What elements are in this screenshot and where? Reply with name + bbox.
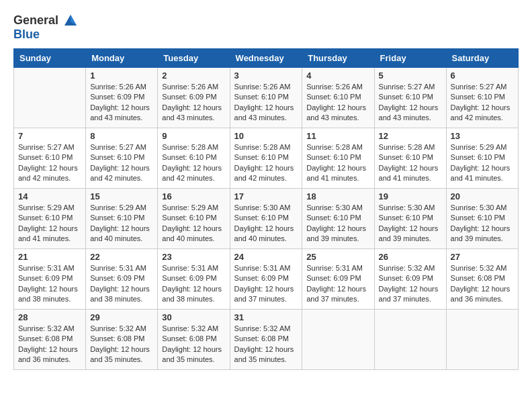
daylight: Daylight: 12 hours and 38 minutes. — [162, 284, 225, 305]
logo-icon — [63, 13, 78, 28]
sunset: Sunset: 6:08 PM — [18, 334, 81, 344]
calendar-week-3: 14Sunrise: 5:29 AMSunset: 6:10 PMDayligh… — [14, 188, 519, 248]
calendar-cell: 17Sunrise: 5:30 AMSunset: 6:10 PMDayligh… — [230, 188, 302, 248]
sunset: Sunset: 6:10 PM — [234, 92, 298, 102]
sunset: Sunset: 6:09 PM — [90, 92, 153, 102]
sunset: Sunset: 6:08 PM — [451, 273, 514, 283]
sunset: Sunset: 6:10 PM — [234, 152, 298, 163]
daylight: Daylight: 12 hours and 43 minutes. — [306, 103, 369, 124]
daylight: Daylight: 12 hours and 43 minutes. — [162, 103, 225, 124]
calendar-cell: 27Sunrise: 5:32 AMSunset: 6:08 PMDayligh… — [446, 248, 518, 309]
sunset: Sunset: 6:09 PM — [162, 92, 225, 102]
sunrise: Sunrise: 5:31 AM — [18, 263, 81, 273]
sunset: Sunset: 6:09 PM — [234, 273, 298, 283]
sunset: Sunset: 6:10 PM — [162, 213, 225, 223]
sunset: Sunset: 6:10 PM — [451, 152, 514, 163]
daylight: Daylight: 12 hours and 35 minutes. — [162, 345, 225, 365]
calendar-week-5: 28Sunrise: 5:32 AMSunset: 6:08 PMDayligh… — [14, 309, 519, 369]
daylight: Daylight: 12 hours and 39 minutes. — [379, 224, 442, 244]
sunrise: Sunrise: 5:26 AM — [306, 82, 369, 92]
calendar-cell: 31Sunrise: 5:32 AMSunset: 6:08 PMDayligh… — [230, 309, 302, 369]
sunset: Sunset: 6:10 PM — [162, 152, 225, 163]
sunset: Sunset: 6:09 PM — [379, 273, 442, 283]
sunset: Sunset: 6:10 PM — [379, 92, 442, 102]
sunrise: Sunrise: 5:30 AM — [451, 203, 514, 213]
day-number: 19 — [379, 191, 442, 201]
calendar-cell: 8Sunrise: 5:27 AMSunset: 6:10 PMDaylight… — [86, 128, 158, 188]
sunrise: Sunrise: 5:28 AM — [379, 142, 442, 152]
day-number: 28 — [18, 312, 81, 322]
header-cell-sunday: Sunday — [14, 48, 86, 67]
daylight: Daylight: 12 hours and 42 minutes. — [451, 103, 514, 124]
daylight: Daylight: 12 hours and 40 minutes. — [90, 224, 153, 244]
day-number: 16 — [162, 191, 225, 201]
daylight: Daylight: 12 hours and 39 minutes. — [306, 224, 369, 244]
calendar-cell: 14Sunrise: 5:29 AMSunset: 6:10 PMDayligh… — [14, 188, 86, 248]
daylight: Daylight: 12 hours and 36 minutes. — [18, 345, 81, 365]
day-number: 17 — [234, 191, 298, 201]
calendar-header-row: SundayMondayTuesdayWednesdayThursdayFrid… — [14, 48, 519, 67]
sunrise: Sunrise: 5:31 AM — [90, 263, 153, 273]
daylight: Daylight: 12 hours and 42 minutes. — [162, 163, 225, 184]
calendar-cell: 1Sunrise: 5:26 AMSunset: 6:09 PMDaylight… — [86, 67, 158, 128]
sunrise: Sunrise: 5:32 AM — [18, 324, 81, 334]
sunset: Sunset: 6:10 PM — [451, 213, 514, 223]
day-number: 26 — [379, 252, 442, 262]
header-cell-thursday: Thursday — [302, 48, 374, 67]
day-number: 7 — [18, 131, 81, 141]
sunset: Sunset: 6:10 PM — [306, 92, 369, 102]
daylight: Daylight: 12 hours and 41 minutes. — [379, 163, 442, 184]
sunrise: Sunrise: 5:30 AM — [379, 203, 442, 213]
sunrise: Sunrise: 5:28 AM — [306, 142, 369, 152]
daylight: Daylight: 12 hours and 43 minutes. — [90, 103, 153, 124]
calendar-cell: 12Sunrise: 5:28 AMSunset: 6:10 PMDayligh… — [374, 128, 446, 188]
sunrise: Sunrise: 5:27 AM — [379, 82, 442, 92]
sunrise: Sunrise: 5:32 AM — [234, 324, 298, 334]
sunset: Sunset: 6:09 PM — [306, 273, 369, 283]
daylight: Daylight: 12 hours and 43 minutes. — [234, 103, 298, 124]
day-number: 21 — [18, 252, 81, 262]
calendar-cell: 10Sunrise: 5:28 AMSunset: 6:10 PMDayligh… — [230, 128, 302, 188]
day-number: 8 — [90, 131, 153, 141]
calendar-week-1: 1Sunrise: 5:26 AMSunset: 6:09 PMDaylight… — [14, 67, 519, 128]
sunset: Sunset: 6:08 PM — [162, 334, 225, 344]
calendar-cell — [374, 309, 446, 369]
day-number: 15 — [90, 191, 153, 201]
calendar-week-4: 21Sunrise: 5:31 AMSunset: 6:09 PMDayligh… — [14, 248, 519, 309]
sunrise: Sunrise: 5:32 AM — [90, 324, 153, 334]
day-number: 5 — [379, 71, 442, 81]
sunset: Sunset: 6:08 PM — [90, 334, 153, 344]
day-number: 10 — [234, 131, 298, 141]
sunrise: Sunrise: 5:31 AM — [306, 263, 369, 273]
day-number: 12 — [379, 131, 442, 141]
logo-general: General — [13, 13, 78, 28]
sunset: Sunset: 6:10 PM — [18, 152, 81, 163]
sunset: Sunset: 6:10 PM — [306, 152, 369, 163]
daylight: Daylight: 12 hours and 35 minutes. — [90, 345, 153, 365]
calendar-cell: 2Sunrise: 5:26 AMSunset: 6:09 PMDaylight… — [158, 67, 230, 128]
day-number: 6 — [451, 71, 514, 81]
sunrise: Sunrise: 5:27 AM — [90, 142, 153, 152]
header-cell-tuesday: Tuesday — [158, 48, 230, 67]
sunset: Sunset: 6:10 PM — [18, 213, 81, 223]
daylight: Daylight: 12 hours and 40 minutes. — [234, 224, 298, 244]
header-cell-saturday: Saturday — [446, 48, 518, 67]
calendar-cell: 30Sunrise: 5:32 AMSunset: 6:08 PMDayligh… — [158, 309, 230, 369]
day-number: 20 — [451, 191, 514, 201]
calendar-cell: 9Sunrise: 5:28 AMSunset: 6:10 PMDaylight… — [158, 128, 230, 188]
day-number: 1 — [90, 71, 153, 81]
sunset: Sunset: 6:10 PM — [379, 213, 442, 223]
calendar-cell — [446, 309, 518, 369]
calendar-cell — [14, 67, 86, 128]
daylight: Daylight: 12 hours and 39 minutes. — [451, 224, 514, 244]
daylight: Daylight: 12 hours and 43 minutes. — [379, 103, 442, 124]
daylight: Daylight: 12 hours and 38 minutes. — [90, 284, 153, 305]
day-number: 31 — [234, 312, 298, 322]
day-number: 14 — [18, 191, 81, 201]
day-number: 4 — [306, 71, 369, 81]
daylight: Daylight: 12 hours and 42 minutes. — [18, 163, 81, 184]
daylight: Daylight: 12 hours and 41 minutes. — [451, 163, 514, 184]
header-cell-friday: Friday — [374, 48, 446, 67]
day-number: 11 — [306, 131, 369, 141]
sunrise: Sunrise: 5:26 AM — [162, 82, 225, 92]
